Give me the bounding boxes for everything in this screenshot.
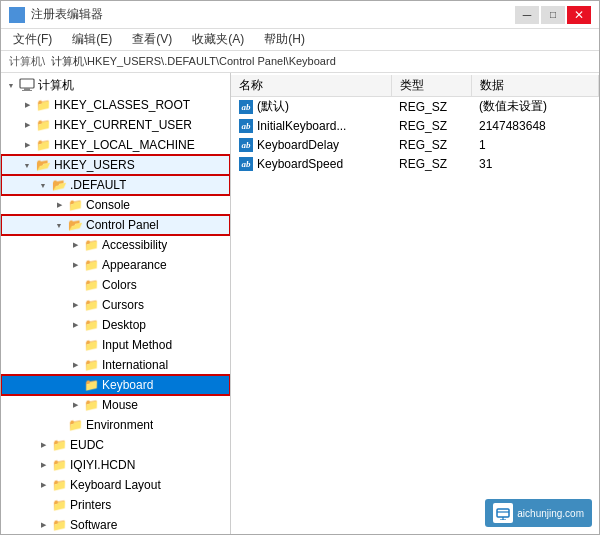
expand-keyboard [67, 377, 83, 393]
expand-software[interactable] [35, 517, 51, 533]
expand-printers [35, 497, 51, 513]
expand-iqiyihcdn[interactable] [35, 457, 51, 473]
tree-item-desktop[interactable]: 📁 Desktop [1, 315, 230, 335]
folder-icon-hkcr: 📁 [35, 97, 51, 113]
close-button[interactable]: ✕ [567, 6, 591, 24]
watermark-text: aichunjing.com [517, 508, 584, 519]
folder-icon-inputmethod: 📁 [83, 337, 99, 353]
expand-accessibility[interactable] [67, 237, 83, 253]
tree-label-colors: Colors [102, 278, 137, 292]
tree-label-software: Software [70, 518, 117, 532]
folder-icon-keyboard: 📁 [83, 377, 99, 393]
reg-name: KeyboardSpeed [257, 157, 343, 171]
tree-label-accessibility: Accessibility [102, 238, 167, 252]
tree-item-default[interactable]: 📂 .DEFAULT [1, 175, 230, 195]
expand-cursors[interactable] [67, 297, 83, 313]
folder-icon-hklm: 📁 [35, 137, 51, 153]
tree-item-cursors[interactable]: 📁 Cursors [1, 295, 230, 315]
svg-rect-7 [497, 509, 509, 517]
tree-item-controlpanel[interactable]: 📂 Control Panel [1, 215, 230, 235]
folder-icon-printers: 📁 [51, 497, 67, 513]
tree-label-controlpanel: Control Panel [86, 218, 159, 232]
menu-favorites[interactable]: 收藏夹(A) [184, 29, 252, 50]
expand-hkcu[interactable] [19, 117, 35, 133]
svg-rect-6 [22, 90, 32, 91]
tree-item-eudc[interactable]: 📁 EUDC [1, 435, 230, 455]
expand-console[interactable] [51, 197, 67, 213]
tree-label-computer: 计算机 [38, 77, 74, 94]
tree-item-keyboard[interactable]: 📁 Keyboard [1, 375, 230, 395]
tree-label-international: International [102, 358, 168, 372]
table-row[interactable]: ab InitialKeyboard... REG_SZ 2147483648 [231, 117, 599, 136]
expand-desktop[interactable] [67, 317, 83, 333]
tree-item-inputmethod[interactable]: 📁 Input Method [1, 335, 230, 355]
expand-keyboardlayout[interactable] [35, 477, 51, 493]
tree-item-software[interactable]: 📁 Software [1, 515, 230, 534]
tree-label-eudc: EUDC [70, 438, 104, 452]
folder-icon-controlpanel: 📂 [67, 217, 83, 233]
expand-eudc[interactable] [35, 437, 51, 453]
reg-data: 1 [471, 136, 599, 155]
folder-icon-software: 📁 [51, 517, 67, 533]
expand-controlpanel[interactable] [51, 217, 67, 233]
tree-label-console: Console [86, 198, 130, 212]
folder-icon-hku: 📂 [35, 157, 51, 173]
svg-rect-3 [18, 16, 23, 21]
table-row[interactable]: ab (默认) REG_SZ (数值未设置) [231, 97, 599, 117]
tree-label-keyboardlayout: Keyboard Layout [70, 478, 161, 492]
menu-view[interactable]: 查看(V) [124, 29, 180, 50]
folder-icon-console: 📁 [67, 197, 83, 213]
folder-icon-iqiyihcdn: 📁 [51, 457, 67, 473]
tree-label-hku: HKEY_USERS [54, 158, 135, 172]
expand-hku[interactable] [19, 157, 35, 173]
tree-item-hkcu[interactable]: 📁 HKEY_CURRENT_USER [1, 115, 230, 135]
reg-data: 2147483648 [471, 117, 599, 136]
tree-item-appearance[interactable]: 📁 Appearance [1, 255, 230, 275]
col-header-type: 类型 [391, 75, 471, 97]
tree-item-printers[interactable]: 📁 Printers [1, 495, 230, 515]
address-label: 计算机\ [9, 54, 45, 69]
tree-item-colors[interactable]: 📁 Colors [1, 275, 230, 295]
expand-hklm[interactable] [19, 137, 35, 153]
maximize-button[interactable]: □ [541, 6, 565, 24]
expand-appearance[interactable] [67, 257, 83, 273]
app-icon [9, 7, 25, 23]
folder-icon-accessibility: 📁 [83, 237, 99, 253]
expand-colors [67, 277, 83, 293]
expand-hkcr[interactable] [19, 97, 35, 113]
watermark-logo [493, 503, 513, 523]
expand-computer[interactable] [3, 77, 19, 93]
tree-label-default: .DEFAULT [70, 178, 126, 192]
tree-item-hkcr[interactable]: 📁 HKEY_CLASSES_ROOT [1, 95, 230, 115]
minimize-button[interactable]: ─ [515, 6, 539, 24]
tree-item-environment[interactable]: 📁 Environment [1, 415, 230, 435]
tree-item-console[interactable]: 📁 Console [1, 195, 230, 215]
address-path: 计算机\HKEY_USERS\.DEFAULT\Control Panel\Ke… [51, 54, 336, 69]
expand-default[interactable] [35, 177, 51, 193]
table-row[interactable]: ab KeyboardSpeed REG_SZ 31 [231, 155, 599, 174]
registry-table: 名称 类型 数据 ab (默认) REG_SZ [231, 75, 599, 174]
tree-item-hklm[interactable]: 📁 HKEY_LOCAL_MACHINE [1, 135, 230, 155]
folder-icon-cursors: 📁 [83, 297, 99, 313]
tree-label-keyboard: Keyboard [102, 378, 153, 392]
tree-item-keyboardlayout[interactable]: 📁 Keyboard Layout [1, 475, 230, 495]
reg-icon: ab [239, 119, 253, 133]
svg-rect-5 [24, 88, 30, 90]
reg-icon: ab [239, 100, 253, 114]
folder-icon-appearance: 📁 [83, 257, 99, 273]
expand-mouse[interactable] [67, 397, 83, 413]
svg-rect-4 [20, 79, 34, 88]
expand-international[interactable] [67, 357, 83, 373]
tree-item-hku[interactable]: 📂 HKEY_USERS [1, 155, 230, 175]
menu-file[interactable]: 文件(F) [5, 29, 60, 50]
tree-item-computer[interactable]: 计算机 [1, 75, 230, 95]
tree-item-iqiyihcdn[interactable]: 📁 IQIYI.HCDN [1, 455, 230, 475]
menu-edit[interactable]: 编辑(E) [64, 29, 120, 50]
tree-item-mouse[interactable]: 📁 Mouse [1, 395, 230, 415]
menu-help[interactable]: 帮助(H) [256, 29, 313, 50]
tree-item-accessibility[interactable]: 📁 Accessibility [1, 235, 230, 255]
main-content: 计算机 📁 HKEY_CLASSES_ROOT 📁 HKEY_CURRENT_U… [1, 73, 599, 534]
table-row[interactable]: ab KeyboardDelay REG_SZ 1 [231, 136, 599, 155]
tree-item-international[interactable]: 📁 International [1, 355, 230, 375]
reg-data: 31 [471, 155, 599, 174]
